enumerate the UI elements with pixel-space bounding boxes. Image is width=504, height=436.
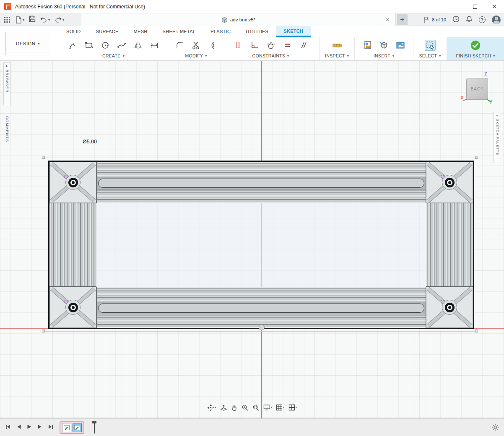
timeline-settings-gear-icon[interactable]: [492, 424, 499, 433]
comments-panel-collapsed[interactable]: COMMENTS: [3, 114, 10, 150]
notifications-bell-icon[interactable]: [466, 16, 473, 24]
constraint-perpendicular-icon[interactable]: [249, 40, 260, 51]
tab-plastic[interactable]: PLASTIC: [203, 26, 238, 37]
group-label-create[interactable]: CREATE ▾: [102, 53, 125, 58]
undo-button[interactable]: ▾: [40, 17, 50, 23]
step-back-button[interactable]: [16, 424, 21, 431]
extrusion-rail-top[interactable]: [96, 162, 426, 203]
file-menu-button[interactable]: ▾: [16, 16, 24, 23]
pan-button[interactable]: [231, 404, 237, 411]
select-icon[interactable]: [425, 40, 436, 51]
sketch-palette-collapsed[interactable]: « SKETCH PALETTE: [494, 112, 501, 163]
group-label-select[interactable]: SELECT ▾: [419, 53, 441, 58]
insert-svg-icon[interactable]: [362, 40, 373, 51]
create-mirror-icon[interactable]: [132, 40, 143, 51]
workspace-selector[interactable]: DESIGN ▾: [5, 32, 50, 55]
tab-surface[interactable]: SURFACE: [88, 26, 126, 37]
group-label-constraints[interactable]: CONSTRAINTS ▾: [252, 53, 289, 58]
timeline-sketch-feature-selected[interactable]: [73, 423, 82, 432]
sketch-frame-drawing[interactable]: [48, 161, 474, 329]
go-to-end-button[interactable]: [48, 424, 54, 431]
fit-button[interactable]: [252, 404, 259, 411]
extrusion-rail-bottom[interactable]: [96, 287, 426, 328]
expand-arrow-icon[interactable]: ►: [5, 65, 9, 68]
document-tab[interactable]: adv box v5* ×: [81, 13, 396, 26]
timeline-position-marker[interactable]: [94, 422, 95, 433]
new-tab-button[interactable]: +: [397, 14, 408, 25]
group-label-inspect[interactable]: INSPECT ▾: [325, 53, 349, 58]
go-to-start-button[interactable]: [5, 424, 11, 431]
constraint-marker: [441, 175, 444, 179]
finish-sketch-icon[interactable]: [470, 40, 481, 51]
step-forward-button[interactable]: [37, 424, 42, 431]
sketch-point-handle[interactable]: [475, 330, 478, 332]
create-spline-icon[interactable]: [116, 40, 127, 51]
construction-line-top[interactable]: [42, 158, 478, 158]
job-status[interactable]: 8 of 10: [423, 16, 446, 23]
play-button[interactable]: [27, 424, 32, 431]
sketch-point-handle[interactable]: [42, 156, 45, 159]
tab-utilities[interactable]: UTILITIES: [238, 26, 276, 37]
look-at-button[interactable]: [220, 404, 227, 411]
view-cube-face[interactable]: BACK: [466, 78, 488, 100]
maximize-button[interactable]: [465, 0, 485, 13]
dimension-label[interactable]: Ø5.00: [83, 139, 97, 145]
view-cube[interactable]: BACK Z X Y: [457, 69, 499, 107]
help-icon[interactable]: ?: [479, 16, 486, 23]
modify-offset-icon[interactable]: [207, 40, 218, 51]
browser-panel-collapsed[interactable]: ► BROWSER: [3, 62, 10, 105]
extrusion-corner-top-right[interactable]: [426, 162, 473, 203]
extrusion-corner-bottom-left[interactable]: [49, 287, 96, 328]
modify-fillet-icon[interactable]: [174, 40, 185, 51]
frame-center-profile[interactable]: [96, 203, 426, 287]
modify-trim-icon[interactable]: [191, 40, 202, 51]
create-line-icon[interactable]: [67, 40, 78, 51]
avatar[interactable]: [492, 16, 501, 24]
extrusion-corner-top-left[interactable]: [49, 162, 96, 203]
group-label-finish-sketch[interactable]: FINISH SKETCH ▾: [456, 53, 495, 58]
caret-down-icon: ▾: [23, 18, 24, 22]
create-rectangle-icon[interactable]: [83, 40, 94, 51]
rail-slot[interactable]: [98, 304, 424, 313]
viewport-canvas[interactable]: Ø5.00 BACK Z X Y ► BROWSER COMMENTS « SK…: [0, 61, 504, 418]
orbit-button[interactable]: ▾: [207, 404, 216, 411]
rail-slot[interactable]: [98, 179, 424, 188]
constraint-tangent-icon[interactable]: [265, 40, 276, 51]
group-label-insert[interactable]: INSERT ▾: [374, 53, 394, 58]
extrusion-rail-right[interactable]: [426, 203, 473, 287]
tab-sheet-metal[interactable]: SHEET METAL: [155, 26, 203, 37]
caret-down-icon: ▾: [48, 18, 50, 22]
midpoint-marker[interactable]: [259, 324, 265, 330]
constraint-parallel-icon[interactable]: [298, 40, 309, 51]
redo-button[interactable]: ▾: [55, 17, 64, 23]
insert-canvas-icon[interactable]: [395, 40, 406, 51]
construction-line-bottom[interactable]: [42, 331, 478, 332]
document-close-icon[interactable]: ×: [384, 16, 391, 23]
timeline-sketch-feature[interactable]: [62, 423, 71, 432]
constraint-marker: [64, 300, 68, 304]
display-settings-button[interactable]: ▾: [263, 404, 272, 411]
tab-sketch[interactable]: SKETCH: [276, 26, 311, 37]
constraint-equal-icon[interactable]: [282, 40, 293, 51]
collapse-chevrons-icon[interactable]: «: [496, 114, 498, 117]
grid-snaps-button[interactable]: ▾: [276, 404, 285, 411]
zoom-button[interactable]: [241, 404, 248, 411]
measure-icon[interactable]: [332, 40, 343, 51]
create-circle-icon[interactable]: [100, 40, 111, 51]
group-label-modify[interactable]: MODIFY ▾: [185, 53, 207, 58]
sketch-point-handle[interactable]: [42, 330, 45, 332]
history-icon[interactable]: [452, 16, 460, 24]
app-launcher-icon[interactable]: [3, 16, 11, 23]
sketch-point-handle[interactable]: [475, 156, 478, 159]
viewports-button[interactable]: ▾: [288, 404, 297, 411]
insert-mesh-icon[interactable]: [379, 40, 390, 51]
save-button[interactable]: [29, 16, 36, 24]
extrusion-corner-bottom-right[interactable]: [426, 287, 473, 328]
extrusion-rail-left[interactable]: [49, 203, 96, 287]
tab-mesh[interactable]: MESH: [126, 26, 155, 37]
tab-solid[interactable]: SOLID: [59, 26, 88, 37]
create-dimension-icon[interactable]: [149, 40, 160, 51]
close-button[interactable]: ×: [485, 0, 504, 13]
minimize-button[interactable]: —: [446, 0, 465, 13]
constraint-horizontal-vertical-icon[interactable]: [233, 40, 244, 51]
